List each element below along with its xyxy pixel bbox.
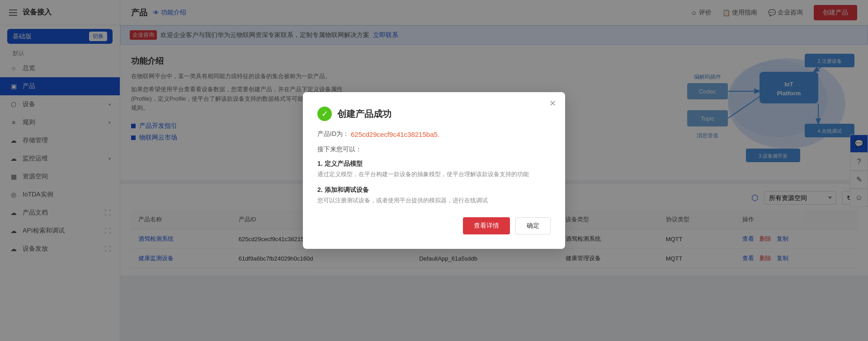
view-detail-button[interactable]: 查看详情	[463, 217, 510, 234]
next-steps-label: 接下来您可以：	[317, 145, 551, 154]
step-2-desc: 您可以注册测试设备，或者使用平台提供的模拟器，进行在线调试	[317, 196, 551, 205]
modal-title: 创建产品成功	[337, 108, 392, 120]
product-id-row: 产品ID为： 625cd29cecf9c41c38215ba5.	[317, 130, 551, 138]
step-1: 1. 定义产品模型 通过定义模型，在平台构建一款设备的抽象模型，使平台理解该款设…	[317, 160, 551, 179]
modal-overlay: ✕ ✓ 创建产品成功 产品ID为： 625cd29cecf9c41c38215b…	[0, 0, 868, 341]
product-id-value: 625cd29cecf9c41c38215ba5.	[351, 131, 439, 138]
product-id-label: 产品ID为：	[317, 130, 349, 138]
step-2: 2. 添加和调试设备 您可以注册测试设备，或者使用平台提供的模拟器，进行在线调试	[317, 186, 551, 205]
modal-header: ✓ 创建产品成功	[317, 107, 551, 121]
modal-footer: 查看详情 确定	[317, 217, 551, 234]
step-1-title: 1. 定义产品模型	[317, 160, 551, 168]
modal-close-button[interactable]: ✕	[549, 99, 556, 107]
success-icon: ✓	[317, 107, 332, 121]
success-modal: ✕ ✓ 创建产品成功 产品ID为： 625cd29cecf9c41c38215b…	[303, 92, 565, 249]
step-1-desc: 通过定义模型，在平台构建一款设备的抽象模型，使平台理解该款设备支持的功能	[317, 170, 551, 179]
confirm-button[interactable]: 确定	[515, 217, 551, 234]
modal-body: 产品ID为： 625cd29cecf9c41c38215ba5. 接下来您可以：…	[317, 130, 551, 205]
step-2-title: 2. 添加和调试设备	[317, 186, 551, 194]
